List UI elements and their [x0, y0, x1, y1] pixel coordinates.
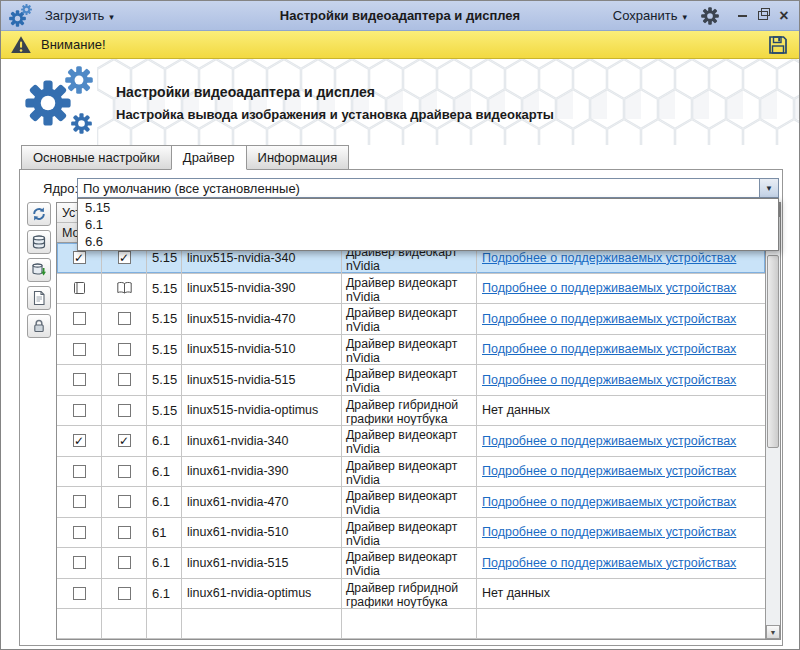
supported-devices-link[interactable]: Подробнее о поддерживаемых устройствах: [482, 342, 736, 356]
checkbox-unchecked[interactable]: [73, 556, 86, 569]
supported-devices-link[interactable]: Подробнее о поддерживаемых устройствах: [482, 281, 736, 295]
kernel-version: 5.15: [147, 365, 182, 395]
installed-cell[interactable]: [57, 396, 102, 426]
installed-cell[interactable]: [57, 487, 102, 517]
checkbox-unchecked[interactable]: [118, 312, 131, 325]
checkbox-checked[interactable]: ✓: [73, 434, 86, 447]
installed-cell[interactable]: [57, 548, 102, 578]
devices-info-cell: Нет данных: [477, 396, 765, 426]
module-cell[interactable]: [102, 579, 147, 609]
devices-info-cell: Подробнее о поддерживаемых устройствах: [477, 487, 765, 517]
checkbox-unchecked[interactable]: [73, 526, 86, 539]
checkbox-unchecked[interactable]: [118, 465, 131, 478]
module-cell[interactable]: [102, 548, 147, 578]
kernel-version: 6.1: [147, 548, 182, 578]
table-row[interactable]: 6.1linux61-nvidia-390Драйвер видеокартnV…: [57, 457, 765, 488]
save-button[interactable]: Сохранить ▾: [613, 8, 687, 23]
checkbox-checked[interactable]: ✓: [73, 251, 86, 264]
supported-devices-link[interactable]: Подробнее о поддерживаемых устройствах: [482, 556, 736, 570]
left-toolbar: [27, 202, 51, 342]
kernel-select[interactable]: По умолчанию (все установленные) ▼: [77, 178, 779, 198]
checkbox-unchecked[interactable]: [73, 312, 86, 325]
table-row[interactable]: 5.15linux515-nvidia-510Драйвер видеокарт…: [57, 335, 765, 366]
kernel-option[interactable]: 6.1: [78, 216, 778, 233]
module-cell[interactable]: [102, 335, 147, 365]
load-button[interactable]: Загрузить ▾: [45, 8, 114, 23]
checkbox-checked[interactable]: ✓: [118, 434, 131, 447]
empty-cell: [102, 609, 147, 638]
tab-basic-settings[interactable]: Основные настройки: [21, 145, 172, 170]
kernel-select-value: По умолчанию (все установленные): [83, 181, 300, 196]
installed-cell[interactable]: [57, 335, 102, 365]
module-cell[interactable]: [102, 518, 147, 548]
driver-update-button[interactable]: [27, 258, 51, 282]
tab-driver[interactable]: Драйвер: [171, 145, 247, 170]
installed-cell[interactable]: [57, 304, 102, 334]
supported-devices-link[interactable]: Подробнее о поддерживаемых устройствах: [482, 525, 736, 539]
lock-button[interactable]: [27, 314, 51, 338]
table-row[interactable]: 5.15linux515-nvidia-470Драйвер видеокарт…: [57, 304, 765, 335]
supported-devices-link[interactable]: Подробнее о поддерживаемых устройствах: [482, 464, 736, 478]
installed-cell[interactable]: ✓: [57, 426, 102, 456]
checkbox-unchecked[interactable]: [73, 465, 86, 478]
module-cell[interactable]: ✓: [102, 426, 147, 456]
minimize-icon: [738, 15, 747, 17]
checkbox-unchecked[interactable]: [73, 373, 86, 386]
document-button[interactable]: [27, 286, 51, 310]
save-to-file-button[interactable]: [766, 33, 790, 57]
scroll-down-button[interactable]: ▼: [766, 625, 780, 639]
kernel-label: Ядро:: [43, 181, 78, 196]
supported-devices-link[interactable]: Подробнее о поддерживаемых устройствах: [482, 312, 736, 326]
refresh-button[interactable]: [27, 202, 51, 226]
table-row[interactable]: 6.1linux61-nvidia-470Драйвер видеокартnV…: [57, 487, 765, 518]
supported-devices-link[interactable]: Подробнее о поддерживаемых устройствах: [482, 434, 736, 448]
installed-cell[interactable]: [57, 457, 102, 487]
scrollbar-thumb[interactable]: [767, 255, 779, 448]
checkbox-unchecked[interactable]: [118, 587, 131, 600]
module-cell[interactable]: [102, 487, 147, 517]
settings-gear-button[interactable]: [701, 7, 719, 25]
module-cell[interactable]: [102, 365, 147, 395]
module-cell[interactable]: [102, 396, 147, 426]
checkbox-unchecked[interactable]: [118, 526, 131, 539]
restore-button[interactable]: [756, 9, 770, 23]
packages-button[interactable]: [27, 230, 51, 254]
app-window: Загрузить ▾ Настройки видеоадаптера и ди…: [0, 0, 800, 650]
checkbox-unchecked[interactable]: [73, 404, 86, 417]
checkbox-unchecked[interactable]: [118, 556, 131, 569]
checkbox-unchecked[interactable]: [73, 587, 86, 600]
checkbox-unchecked[interactable]: [118, 495, 131, 508]
table-row[interactable]: 5.15linux515-nvidia-515Драйвер видеокарт…: [57, 365, 765, 396]
installed-cell[interactable]: [57, 274, 102, 304]
close-button[interactable]: ×: [777, 9, 791, 23]
module-cell[interactable]: [102, 274, 147, 304]
checkbox-unchecked[interactable]: [118, 373, 131, 386]
checkbox-unchecked[interactable]: [73, 495, 86, 508]
table-row[interactable]: 6.1linux61-nvidia-515Драйвер видеокартnV…: [57, 548, 765, 579]
checkbox-unchecked[interactable]: [118, 404, 131, 417]
installed-cell[interactable]: [57, 365, 102, 395]
installed-cell[interactable]: [57, 579, 102, 609]
checkbox-checked[interactable]: ✓: [118, 251, 131, 264]
kernel-option[interactable]: 6.6: [78, 233, 778, 250]
combo-dropdown-button[interactable]: ▼: [759, 179, 778, 197]
table-row[interactable]: ✓✓6.1linux61-nvidia-340Драйвер видеокарт…: [57, 426, 765, 457]
driver-description: Драйвер гибриднойграфики ноутбука: [342, 579, 477, 609]
table-row[interactable]: 5.15linux515-nvidia-390Драйвер видеокарт…: [57, 274, 765, 305]
supported-devices-link[interactable]: Подробнее о поддерживаемых устройствах: [482, 495, 736, 509]
vertical-scrollbar[interactable]: ▲ ▼: [765, 203, 780, 639]
kernel-option[interactable]: 5.15: [78, 199, 778, 216]
table-row[interactable]: 5.15linux515-nvidia-optimusДрайвер гибри…: [57, 396, 765, 427]
installed-cell[interactable]: [57, 518, 102, 548]
supported-devices-link[interactable]: Подробнее о поддерживаемых устройствах: [482, 373, 736, 387]
tab-information[interactable]: Информация: [246, 145, 350, 170]
empty-cell: [477, 609, 765, 638]
minimize-button[interactable]: [735, 9, 749, 23]
module-cell[interactable]: [102, 304, 147, 334]
checkbox-unchecked[interactable]: [73, 343, 86, 356]
module-cell[interactable]: [102, 457, 147, 487]
table-row[interactable]: 61linux61-nvidia-510Драйвер видеокартnVi…: [57, 518, 765, 549]
checkbox-unchecked[interactable]: [118, 343, 131, 356]
table-row[interactable]: 6.1linux61-nvidia-optimusДрайвер гибридн…: [57, 579, 765, 610]
supported-devices-link[interactable]: Подробнее о поддерживаемых устройствах: [482, 251, 736, 265]
